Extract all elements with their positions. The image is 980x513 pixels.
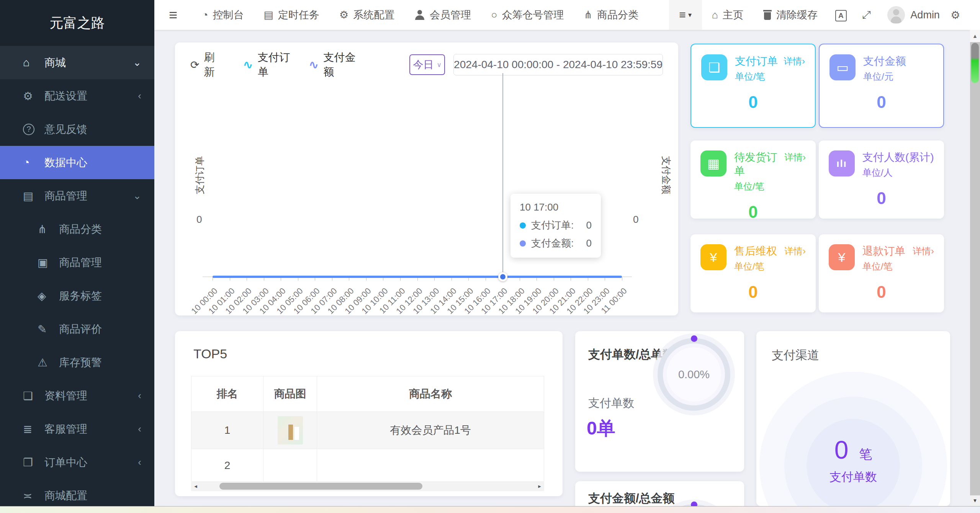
sidebar-item-service-tags[interactable]: ◈ 服务标签 (0, 279, 154, 312)
y-axis-label-right: 支付金额 (660, 156, 672, 194)
vertical-scrollbar[interactable]: ▲ ▼ (970, 0, 980, 513)
package-icon: ▦ (700, 150, 726, 176)
file-text-icon: ❏ (23, 389, 44, 402)
scroll-down-icon[interactable]: ▼ (970, 495, 980, 506)
detail-link[interactable]: 详情› (913, 244, 934, 258)
scroll-right-icon[interactable]: ▸ (535, 483, 544, 490)
stat-card-pay-orders[interactable]: ❏ 支付订单 详情› 单位/笔 0 (690, 44, 816, 128)
series-dot-icon (520, 222, 526, 229)
sidebar-item-delivery-settings[interactable]: ⚙ 配送设置 ‹ (0, 79, 154, 113)
refresh-button[interactable]: ⟳ 刷新 (190, 50, 221, 79)
payment-chart-card: ⟳ 刷新 ∿ 支付订单 ∿ 支付金额 今日 ∨ 2024-04-10 00:00… (175, 42, 678, 315)
chart-header: ⟳ 刷新 ∿ 支付订单 ∿ 支付金额 今日 ∨ 2024-04-10 00:00… (190, 54, 663, 75)
list-icon: ≡ (679, 8, 686, 21)
gear-icon: ⚙ (339, 9, 348, 21)
nav-item-scheduled-tasks[interactable]: ▤ 定时任务 (264, 8, 320, 22)
scroll-up-icon[interactable]: ▲ (970, 30, 980, 42)
scrollbar-thumb[interactable] (971, 43, 979, 83)
sidebar-item-product-reviews[interactable]: ✎ 商品评价 (0, 312, 154, 346)
caret-down-icon: ▾ (688, 11, 692, 19)
home-icon: ⌂ (23, 56, 44, 69)
legend-pay-orders[interactable]: ∿ 支付订单 (243, 50, 294, 79)
period-select[interactable]: 今日 ∨ (409, 54, 445, 75)
username[interactable]: Admin (910, 9, 940, 21)
nav-item-clear-cache[interactable]: 清除缓存 (763, 8, 818, 22)
bottom-window-edge (0, 506, 980, 513)
legend-pay-amount[interactable]: ∿ 支付金额 (309, 50, 360, 79)
sidebar-item-product-manage[interactable]: ▣ 商品管理 (0, 246, 154, 279)
sidebar-item-product-management[interactable]: ▤ 商品管理 ⌄ (0, 179, 154, 212)
stat-value: 0 (700, 203, 806, 222)
gears-icon: ⚙ (23, 90, 44, 103)
chevron-left-icon: ‹ (138, 423, 141, 435)
sidebar-item-product-category[interactable]: ⋔ 商品分类 (0, 212, 154, 246)
product-image (278, 416, 303, 444)
stat-card-after-sales[interactable]: ¥ 售后维权 详情› 单位/笔 0 (690, 234, 816, 312)
detail-link[interactable]: 详情› (784, 54, 805, 68)
trash-icon (763, 10, 772, 20)
scrollbar-thumb[interactable] (219, 483, 422, 490)
ring-percent: 0.00% (658, 338, 730, 411)
stat-value: 0 (829, 93, 933, 112)
tooltip-row: 支付订单: 0 (520, 219, 592, 232)
stat-card-payers-total[interactable]: ılı 支付人数(累计) 单位/人 0 (819, 141, 944, 219)
sidebar: 元富之路 ⌂ 商城 ⌄ ⚙ 配送设置 ‹ ? 意见反馈 ◔ 数据中心 ▤ 商品管… (0, 0, 154, 513)
sidebar-toggle-icon[interactable]: ≡ (154, 7, 192, 23)
horizontal-scrollbar[interactable]: ◂ ▸ (191, 481, 544, 491)
detail-link[interactable]: 详情› (784, 150, 806, 178)
nav-item-member-management[interactable]: 会员管理 (414, 8, 471, 22)
date-range-input[interactable]: 2024-04-10 00:00:00 - 2024-04-10 23:59:5… (453, 54, 663, 75)
table-row[interactable]: 2 (191, 449, 544, 482)
stat-card-pending-shipment[interactable]: ▦ 待发货订单 详情› 单位/笔 0 (690, 141, 816, 219)
data-line-zero (213, 276, 622, 278)
wave-icon: ∿ (243, 57, 253, 72)
table-header-row: 排名 商品图 商品名称 (191, 376, 544, 412)
chevron-left-icon: ‹ (138, 90, 141, 102)
scroll-left-icon[interactable]: ◂ (191, 483, 200, 490)
nav-item-product-category[interactable]: ⋔ 商品分类 (584, 8, 639, 22)
stat-value: 0 (829, 189, 934, 208)
nav-item-console[interactable]: ◔ 控制台 (202, 8, 244, 22)
settings-gears-icon[interactable]: ⚙ (951, 9, 960, 21)
y-tick-left: 0 (196, 214, 202, 225)
gauge-icon: ◔ (23, 156, 44, 169)
table-row[interactable]: 1 有效会员产品1号 (191, 412, 544, 449)
avatar[interactable] (887, 6, 905, 24)
translate-icon[interactable]: A (835, 8, 847, 21)
file-icon: ❐ (23, 456, 44, 469)
tag-icon: ◈ (38, 289, 59, 302)
nav-item-homepage[interactable]: ⌂ 主页 (712, 8, 743, 22)
nav-item-crowdfunding-management[interactable]: ○ 众筹仓号管理 (491, 8, 564, 22)
stat-card-pay-amount[interactable]: ▭ 支付金额 单位/元 0 (819, 44, 944, 128)
sidebar-item-feedback[interactable]: ? 意见反馈 (0, 113, 154, 146)
wallet-icon: ▭ (829, 54, 856, 80)
sidebar-item-material-management[interactable]: ❏ 资料管理 ‹ (0, 379, 154, 412)
nav-item-system-config[interactable]: ⚙ 系统配置 (339, 8, 394, 22)
gauge-icon: ◔ (202, 9, 208, 21)
sidebar-item-stock-alert[interactable]: ⚠ 库存预警 (0, 346, 154, 379)
top-navbar: ≡ ◔ 控制台 ▤ 定时任务 ⚙ 系统配置 会员管理 ○ 众筹仓号管理 ⋔ 商品… (154, 0, 970, 30)
sitemap-icon: ⋔ (38, 223, 59, 236)
channel-value: 0笔 (756, 435, 950, 464)
pay-orders-ratio-card: 支付单数/总单数 0.00% 支付单数 0单 (575, 331, 744, 472)
shopping-bag-icon: ▣ (38, 256, 59, 269)
stat-card-refund-orders[interactable]: ¥ 退款订单 详情› 单位/笔 0 (819, 234, 944, 312)
tasks-icon: ▤ (264, 9, 274, 21)
chevron-left-icon: ‹ (138, 390, 141, 402)
progress-ring: 0.00% (658, 338, 730, 411)
fullscreen-icon[interactable]: ⤢ (862, 9, 870, 21)
series-dot-icon (520, 240, 526, 247)
sidebar-item-order-center[interactable]: ❐ 订单中心 ‹ (0, 446, 154, 479)
sidebar-item-data-center[interactable]: ◔ 数据中心 (0, 146, 154, 179)
chart-tooltip: 10 17:00 支付订单: 0 支付金额: 0 (510, 194, 601, 258)
sidebar-item-mall[interactable]: ⌂ 商城 ⌄ (0, 46, 154, 79)
sidebar-item-customer-service[interactable]: ≣ 客服管理 ‹ (0, 412, 154, 446)
invoice-icon: ❏ (701, 54, 727, 80)
nav-list-dropdown[interactable]: ≡ ▾ (669, 0, 702, 30)
stat-value: 0 (829, 283, 934, 302)
chevron-left-icon: ‹ (138, 456, 141, 468)
y-tick-right: 0 (633, 214, 638, 225)
detail-link[interactable]: 详情› (784, 244, 806, 258)
refund-yen-icon: ¥ (829, 244, 855, 270)
stat-value: 0 (700, 283, 806, 302)
